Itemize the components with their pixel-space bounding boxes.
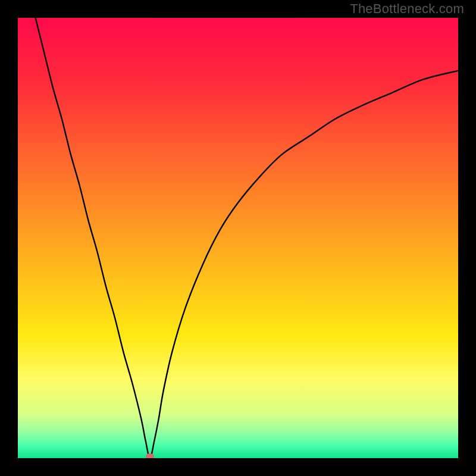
chart-svg: [18, 18, 458, 458]
watermark-text: TheBottleneck.com: [350, 1, 464, 17]
gradient-background: [18, 18, 458, 458]
chart-frame: TheBottleneck.com: [0, 0, 476, 476]
plot-area: [18, 18, 458, 458]
